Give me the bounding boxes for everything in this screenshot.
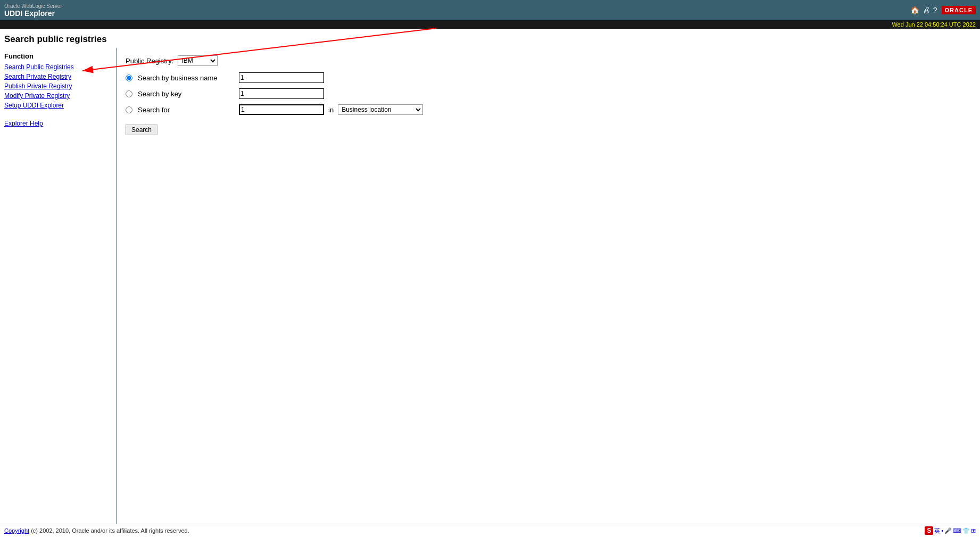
search-by-business-name-row: Search by business name	[126, 72, 971, 83]
public-registry-label: Public Registry:	[126, 57, 173, 65]
footer-icon-bar: S 英 • 🎤 ⌨ 👕 ⊞	[925, 526, 976, 532]
sidebar: Function Search Public Registries Search…	[0, 48, 117, 532]
search-for-input[interactable]	[239, 104, 324, 115]
search-for-row: Search for in Business location Service …	[126, 104, 971, 115]
radio-by-key[interactable]	[126, 90, 132, 97]
copyright-link[interactable]: Copyright	[4, 527, 29, 532]
by-key-input[interactable]	[239, 88, 324, 99]
search-for-label: Search for	[138, 106, 234, 114]
radio-search-for[interactable]	[126, 106, 132, 113]
page-title-bar: Search public registries	[0, 29, 980, 48]
footer-icon-mic: 🎤	[944, 527, 952, 532]
business-name-label: Search by business name	[138, 74, 234, 82]
timestamp-bar: Wed Jun 22 04:50:24 UTC 2022	[0, 20, 980, 29]
registry-row: Public Registry: IBM Microsoft SAP NTT	[126, 55, 971, 66]
in-label: in	[328, 106, 334, 114]
header: Oracle WebLogic Server UDDI Explorer 🏠 🖨…	[0, 0, 980, 20]
header-icons: 🏠 🖨 ?	[910, 6, 937, 14]
home-icon[interactable]: 🏠	[910, 6, 919, 14]
footer-icon-en: 英	[934, 527, 940, 532]
help-icon[interactable]: ?	[933, 6, 937, 14]
footer-icon-shirt: 👕	[962, 527, 970, 532]
search-button[interactable]: Search	[126, 125, 157, 135]
footer-icon-keyboard: ⌨	[953, 527, 961, 532]
sidebar-link-search-public[interactable]: Search Public Registries	[4, 63, 116, 71]
footer-icon-grid: ⊞	[971, 527, 976, 532]
by-key-label: Search by key	[138, 90, 234, 98]
sidebar-link-search-private[interactable]: Search Private Registry	[4, 73, 116, 80]
location-select[interactable]: Business location Service name Service d…	[338, 104, 423, 115]
sidebar-link-modify-private[interactable]: Modify Private Registry	[4, 92, 116, 100]
page-title: Search public registries	[4, 34, 976, 45]
copyright-rest: (c) 2002, 2010, Oracle and/or its affili…	[29, 527, 189, 532]
sidebar-link-publish-private[interactable]: Publish Private Registry	[4, 82, 116, 90]
content-area: Public Registry: IBM Microsoft SAP NTT S…	[117, 48, 980, 532]
search-by-key-row: Search by key	[126, 88, 971, 99]
app-title: UDDI Explorer	[4, 9, 62, 18]
oracle-weblogic-text: Oracle WebLogic Server	[4, 3, 62, 9]
footer: Copyright (c) 2002, 2010, Oracle and/or …	[0, 524, 980, 532]
sougou-icon: S	[925, 526, 933, 532]
timestamp: Wed Jun 22 04:50:24 UTC 2022	[892, 21, 976, 28]
footer-icon-dot: •	[941, 527, 943, 532]
print-icon[interactable]: 🖨	[923, 6, 930, 14]
oracle-logo: ORACLE	[942, 6, 976, 14]
header-left: Oracle WebLogic Server UDDI Explorer	[4, 3, 62, 18]
search-for-extras: in Business location Service name Servic…	[239, 104, 423, 115]
business-name-input[interactable]	[239, 72, 324, 83]
sidebar-link-setup-uddi[interactable]: Setup UDDI Explorer	[4, 102, 116, 109]
radio-business-name[interactable]	[126, 75, 132, 81]
registry-select[interactable]: IBM Microsoft SAP NTT	[178, 55, 218, 66]
main-layout: Function Search Public Registries Search…	[0, 48, 980, 532]
header-right: 🏠 🖨 ? ORACLE	[910, 6, 976, 14]
sidebar-link-explorer-help[interactable]: Explorer Help	[4, 120, 116, 127]
search-form: Public Registry: IBM Microsoft SAP NTT S…	[126, 55, 971, 135]
footer-copyright: Copyright (c) 2002, 2010, Oracle and/or …	[4, 527, 189, 532]
function-label: Function	[4, 52, 116, 60]
